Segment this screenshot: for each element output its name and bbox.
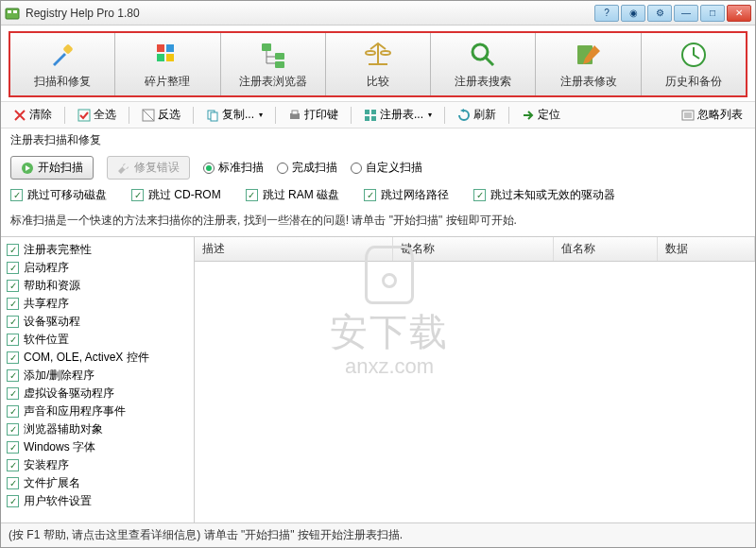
svg-point-12 <box>381 51 390 55</box>
fix-errors-button[interactable]: 修复错误 <box>107 156 190 180</box>
category-item[interactable]: ✓设备驱动程 <box>3 313 192 331</box>
invert-button[interactable]: 反选 <box>137 104 185 126</box>
svg-rect-23 <box>371 110 376 114</box>
pin-button[interactable]: ◉ <box>621 5 645 22</box>
checkbox-icon: ✓ <box>7 369 19 382</box>
start-scan-button[interactable]: 开始扫描 <box>10 156 94 180</box>
radio-standard-scan[interactable]: 标准扫描 <box>203 160 264 176</box>
svg-rect-25 <box>371 116 376 121</box>
svg-rect-9 <box>275 53 284 60</box>
copy-icon <box>206 109 219 122</box>
svg-rect-24 <box>365 116 369 121</box>
scale-icon <box>363 40 393 70</box>
wrench-icon <box>117 162 130 175</box>
chk-skip-removable[interactable]: ✓跳过可移动磁盘 <box>10 187 107 203</box>
category-item[interactable]: ✓Windows 字体 <box>3 438 192 456</box>
checkbox-icon: ✓ <box>7 423 19 436</box>
checkbox-icon: ✓ <box>7 495 19 507</box>
printkey-button[interactable]: 打印键 <box>284 104 343 126</box>
status-bar: (按 F1 帮助, 请点击这里查看详细信息) 请单击 "开始扫描" 按钮开始注册… <box>1 522 755 547</box>
category-item[interactable]: ✓添加/删除程序 <box>3 367 192 385</box>
tool-browser[interactable]: 注册表浏览器 <box>221 33 326 95</box>
search-icon <box>468 40 498 70</box>
category-item[interactable]: ✓虚拟设备驱动程序 <box>3 385 192 402</box>
category-item[interactable]: ✓帮助和资源 <box>3 277 192 295</box>
minimize-button[interactable]: — <box>674 5 698 22</box>
refresh-icon <box>457 109 471 122</box>
checkbox-icon: ✓ <box>7 351 19 364</box>
radio-custom-scan[interactable]: 自定义扫描 <box>351 160 422 176</box>
maximize-button[interactable]: □ <box>700 5 725 22</box>
chk-skip-unknown[interactable]: ✓跳过未知或无效的驱动器 <box>473 187 615 203</box>
tool-search[interactable]: 注册表搜索 <box>431 33 536 95</box>
dropdown-icon: ▾ <box>259 111 263 119</box>
skip-options: ✓跳过可移动磁盘 ✓跳过 CD-ROM ✓跳过 RAM 磁盘 ✓跳过网络路径 ✓… <box>1 183 755 209</box>
ignore-button[interactable]: 忽略列表 <box>677 104 747 126</box>
checkbox-icon: ✓ <box>7 244 19 256</box>
col-valuename[interactable]: 值名称 <box>554 237 658 261</box>
category-item[interactable]: ✓注册表完整性 <box>3 241 192 259</box>
col-desc[interactable]: 描述 <box>195 237 393 261</box>
refresh-button[interactable]: 刷新 <box>453 104 501 126</box>
category-item[interactable]: ✓浏览器辅助对象 <box>3 420 192 438</box>
category-item[interactable]: ✓COM, OLE, ActiveX 控件 <box>3 349 192 367</box>
tool-scan-repair[interactable]: 扫描和修复 <box>10 33 115 95</box>
checkbox-icon: ✓ <box>7 405 19 418</box>
svg-rect-2 <box>13 10 17 13</box>
chk-skip-cdrom[interactable]: ✓跳过 CD-ROM <box>131 187 221 203</box>
checkbox-icon: ✓ <box>7 441 19 454</box>
checkbox-icon: ✓ <box>7 334 19 346</box>
svg-point-11 <box>366 51 375 55</box>
result-grid[interactable]: 描述 键名称 值名称 数据 <box>195 237 755 522</box>
tool-defrag[interactable]: 碎片整理 <box>115 33 220 95</box>
tool-edit[interactable]: 注册表修改 <box>536 33 641 95</box>
category-item[interactable]: ✓软件位置 <box>3 331 192 349</box>
window-title: Registry Help Pro 1.80 <box>26 7 594 20</box>
category-item[interactable]: ✓声音和应用程序事件 <box>3 402 192 420</box>
chk-skip-ram[interactable]: ✓跳过 RAM 磁盘 <box>246 187 339 203</box>
tool-history[interactable]: 历史和备份 <box>642 33 746 95</box>
titlebar: Registry Help Pro 1.80 ? ◉ ⚙ — □ ✕ <box>1 1 755 26</box>
category-item[interactable]: ✓文件扩展名 <box>3 474 192 492</box>
locate-button[interactable]: 定位 <box>517 104 565 126</box>
clear-button[interactable]: 清除 <box>9 104 57 126</box>
defrag-icon <box>152 40 182 70</box>
app-icon <box>5 6 20 21</box>
help-button[interactable]: ? <box>594 5 619 22</box>
dropdown-icon: ▾ <box>428 111 432 119</box>
svg-rect-6 <box>157 54 164 61</box>
copy-button[interactable]: 复制...▾ <box>201 104 267 126</box>
radio-complete-scan[interactable]: 完成扫描 <box>277 160 337 176</box>
registry-button[interactable]: 注册表...▾ <box>359 104 437 126</box>
list-icon <box>681 109 695 122</box>
checkbox-icon: ✓ <box>7 298 19 310</box>
col-data[interactable]: 数据 <box>658 237 755 261</box>
col-keyname[interactable]: 键名称 <box>393 237 554 261</box>
svg-rect-7 <box>166 54 174 61</box>
tool-compare[interactable]: 比较 <box>326 33 431 95</box>
grid-header: 描述 键名称 值名称 数据 <box>195 237 755 262</box>
svg-point-13 <box>472 44 488 60</box>
category-item[interactable]: ✓安装程序 <box>3 456 192 474</box>
svg-rect-1 <box>8 10 11 13</box>
close-button[interactable]: ✕ <box>727 5 751 22</box>
arrow-icon <box>522 109 535 122</box>
category-item[interactable]: ✓共享程序 <box>3 295 192 313</box>
chk-skip-network[interactable]: ✓跳过网络路径 <box>364 187 449 203</box>
category-item[interactable]: ✓用户软件设置 <box>3 492 192 510</box>
x-icon <box>13 109 26 122</box>
svg-rect-5 <box>166 44 174 52</box>
checkbox-icon: ✓ <box>7 316 19 328</box>
invert-icon <box>142 109 155 122</box>
panel-title: 注册表扫描和修复 <box>1 128 755 152</box>
category-list[interactable]: ✓注册表完整性✓启动程序✓帮助和资源✓共享程序✓设备驱动程✓软件位置✓COM, … <box>1 237 195 522</box>
svg-rect-19 <box>211 112 217 121</box>
play-icon <box>21 162 34 175</box>
settings-button[interactable]: ⚙ <box>647 5 672 22</box>
edit-icon <box>574 40 604 70</box>
svg-rect-4 <box>157 44 164 52</box>
selectall-button[interactable]: 全选 <box>73 104 121 126</box>
checkbox-icon: ✓ <box>7 262 19 274</box>
svg-rect-10 <box>275 61 284 68</box>
category-item[interactable]: ✓启动程序 <box>3 259 192 277</box>
